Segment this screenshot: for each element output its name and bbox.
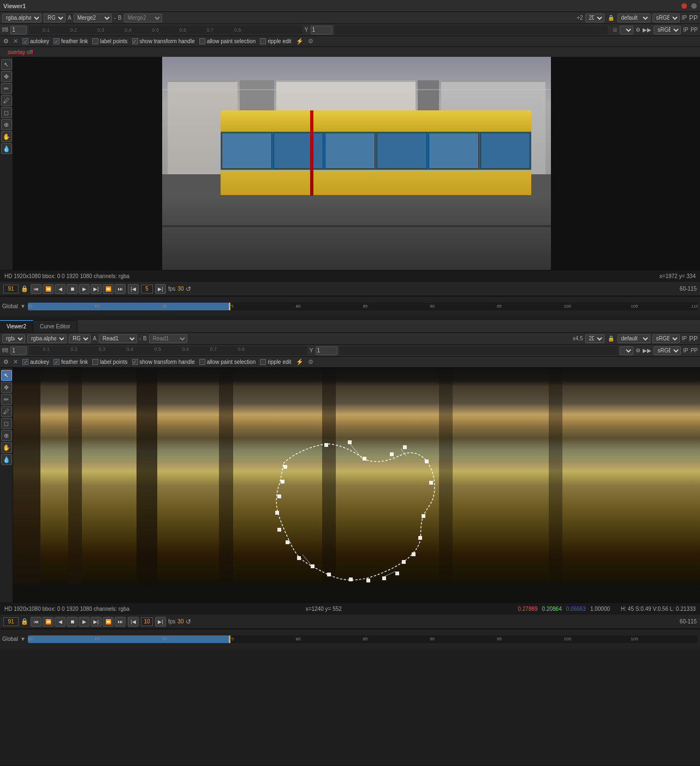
v2-go-start-btn[interactable]: ⏮ (31, 617, 41, 627)
viewer1-timeline[interactable]: Global ▼ 60 65 70 75 80 85 90 95 100 105 (0, 296, 700, 316)
viewer2-frame-input[interactable] (3, 617, 19, 626)
viewer2-node-b[interactable]: Read1 (149, 334, 187, 343)
viewer2-allow-paint-checkbox[interactable]: allow paint selection (199, 359, 256, 365)
tab-curve-editor[interactable]: Curve Editor (33, 320, 78, 332)
v2-zoom-tool-btn[interactable]: ⊕ (1, 430, 12, 441)
viewer2-extra-icon1[interactable]: ⚡ (296, 358, 304, 366)
viewer2-channel-select[interactable]: rgba (2, 334, 25, 343)
v2-stop-btn[interactable]: ⏹ (67, 617, 78, 627)
viewer1-close-icon[interactable]: ✕ (13, 38, 18, 45)
paint-tool-btn[interactable]: 🖊 (1, 95, 12, 106)
v2-skip-fwd-btn[interactable]: ▶| (155, 617, 166, 627)
viewer2-show-transform-checkbox[interactable]: show transform handle (132, 359, 195, 365)
viewer2-resolution[interactable]: 1 (620, 346, 633, 355)
viewer2-color2[interactable]: sRGB (654, 346, 681, 355)
top-frame (13, 368, 700, 386)
viewer2-timeline-track[interactable]: 60 65 70 75 80 85 90 95 100 105 (28, 635, 698, 643)
v2-set-start-btn[interactable]: |◀ (128, 617, 139, 627)
play-fwd-btn[interactable]: ▶ (79, 284, 90, 294)
viewer1-viewport[interactable]: ↖ ✥ ✏ 🖊 ◻ ⊕ ✋ 💧 (0, 57, 700, 270)
viewer1-node-b[interactable]: Merge2 (124, 14, 162, 22)
v2-hand-tool-btn[interactable]: ✋ (1, 442, 12, 453)
v2-paint-tool-btn[interactable]: 🖊 (1, 406, 12, 417)
viewer1-feather-link-checkbox[interactable]: feather link (54, 38, 88, 44)
v2-color-pick-btn[interactable]: 💧 (1, 454, 12, 465)
viewer2-y-input[interactable] (316, 346, 337, 355)
viewer1-context[interactable]: default (618, 14, 650, 22)
viewer2-viewport[interactable]: ↖ ✥ ✏ 🖊 ◻ ⊕ ✋ 💧 (0, 368, 700, 603)
v2-next-key-btn[interactable]: ⏩ (103, 617, 114, 627)
viewer2-extra-icon2[interactable]: ⚙ (308, 358, 313, 366)
close-icon[interactable] (681, 3, 687, 9)
viewer1-channel-select[interactable]: rgba.alpha (2, 14, 41, 22)
viewer1-show-transform-checkbox[interactable]: show transform handle (132, 38, 195, 44)
v2-select-tool-btn[interactable]: ↖ (1, 370, 12, 381)
viewer2-close-icon[interactable]: ✕ (13, 358, 18, 366)
v2-next-frame-btn[interactable]: ▶| (91, 617, 102, 627)
viewer2-ripple-edit-checkbox[interactable]: ripple edit (260, 359, 291, 365)
v2-pen-tool-btn[interactable]: ✏ (1, 394, 12, 405)
v2-transform-tool-btn[interactable]: ✥ (1, 382, 12, 393)
viewer2-autokey-checkbox[interactable]: autokey (22, 359, 49, 365)
viewer1-fps-input[interactable] (141, 285, 153, 293)
viewer1-lock-icon[interactable]: 🔒 (21, 285, 28, 293)
viewer2-context[interactable]: default (618, 334, 650, 343)
loop-icon[interactable]: ↺ (186, 285, 191, 293)
v2-prev-frame-btn[interactable]: ◀ (55, 617, 66, 627)
viewer1-settings-icon[interactable]: ⚙ (3, 38, 9, 45)
viewer1-node-a[interactable]: Merge2 (74, 14, 112, 22)
min-icon[interactable] (691, 3, 697, 9)
viewer1-zoom-input[interactable] (10, 26, 27, 34)
tab-viewer2[interactable]: Viewer2 (0, 320, 33, 332)
viewer2-channel2-select[interactable]: rgba.alpha (27, 334, 67, 343)
viewer2-node-a[interactable]: Read1 (99, 334, 137, 343)
viewer1-allow-paint-checkbox[interactable]: allow paint selection (199, 38, 256, 44)
go-end-btn[interactable]: ⏭ (115, 284, 126, 294)
viewer1-extra-icon1[interactable]: ⚡ (296, 38, 304, 45)
viewer1-label-points-checkbox[interactable]: label points (92, 38, 128, 44)
v2-play-fwd-btn[interactable]: ▶ (79, 617, 90, 627)
pen-tool-btn[interactable]: ✏ (1, 83, 12, 94)
viewer2-view-mode[interactable]: 2D (585, 334, 604, 343)
viewer1-frame-input[interactable] (3, 285, 19, 293)
prev-frame-btn[interactable]: ◀ (55, 284, 66, 294)
prev-key-btn[interactable]: ⏪ (43, 284, 54, 294)
viewer2-timeline[interactable]: Global ▼ 60 65 70 75 80 85 90 95 100 105 (0, 629, 700, 649)
viewer1-extra-icon2[interactable]: ⚙ (308, 38, 313, 45)
viewer2-colorspace[interactable]: sRGB (652, 334, 680, 343)
stop-btn[interactable]: ⏹ (67, 284, 78, 294)
viewer2-fps-input[interactable] (141, 617, 153, 626)
next-frame-btn[interactable]: ▶| (91, 284, 102, 294)
skip-fwd-btn[interactable]: ▶| (155, 284, 166, 294)
set-start-btn[interactable]: |◀ (128, 284, 139, 294)
viewer2-settings-icon[interactable]: ⚙ (3, 358, 9, 366)
viewer2-label-points-checkbox[interactable]: label points (92, 359, 128, 365)
viewer1-y-input[interactable] (311, 26, 333, 34)
viewer1-timeline-track[interactable]: 60 65 70 75 80 85 90 95 100 105 110 (28, 303, 698, 310)
v2-prev-key-btn[interactable]: ⏪ (43, 617, 54, 627)
color-r-val: 0.27889 (518, 606, 537, 612)
viewer2-feather-link-checkbox[interactable]: feather link (54, 359, 88, 365)
viewer2-zoom-input[interactable] (10, 346, 27, 355)
v2-eraser-tool-btn[interactable]: ◻ (1, 418, 12, 429)
viewer1-colorspace[interactable]: sRGB (652, 14, 680, 22)
v2-go-end-btn[interactable]: ⏭ (115, 617, 126, 627)
go-start-btn[interactable]: ⏮ (31, 284, 41, 294)
zoom-tool-btn[interactable]: ⊕ (1, 119, 12, 130)
eraser-tool-btn[interactable]: ◻ (1, 107, 12, 118)
v2-loop-icon[interactable]: ↺ (186, 618, 191, 626)
viewer1-color-select[interactable]: RGB (44, 14, 66, 22)
select-tool-btn[interactable]: ↖ (1, 59, 12, 70)
viewer2-color-select[interactable]: RGB (69, 334, 91, 343)
transform-tool-btn[interactable]: ✥ (1, 71, 12, 82)
next-key-btn[interactable]: ⏩ (103, 284, 114, 294)
hand-tool-btn[interactable]: ✋ (1, 131, 12, 142)
viewer1-view-mode[interactable]: 2D (585, 14, 604, 22)
viewer1-autokey-checkbox[interactable]: autokey (22, 38, 49, 44)
viewer2-global-label: Global (2, 636, 18, 642)
color-pick-btn[interactable]: 💧 (1, 143, 12, 154)
viewer1-ripple-edit-checkbox[interactable]: ripple edit (260, 38, 291, 44)
viewer1-resolution[interactable]: 1 (620, 26, 633, 34)
viewer1-color2[interactable]: sRGB (654, 26, 681, 34)
viewer2-lock-icon[interactable]: 🔒 (21, 618, 28, 626)
